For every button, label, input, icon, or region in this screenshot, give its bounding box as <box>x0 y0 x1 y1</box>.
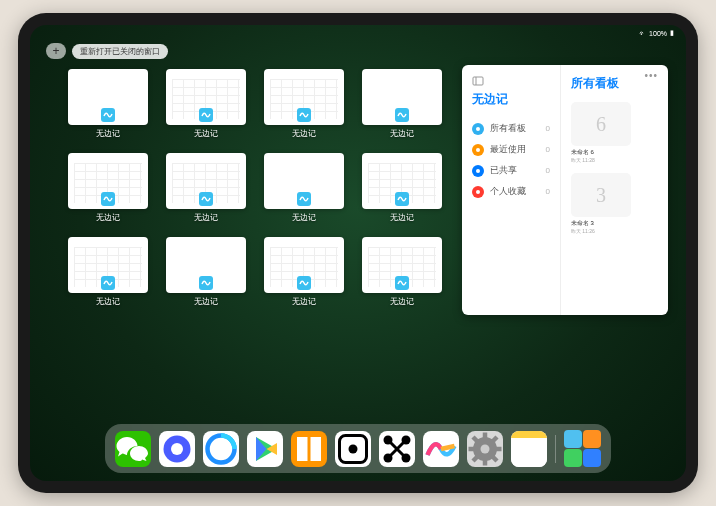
window-label: 无边记 <box>292 128 316 139</box>
window-label: 无边记 <box>194 296 218 307</box>
sidebar-item-label: 最近使用 <box>490 143 526 156</box>
svg-point-18 <box>481 444 490 453</box>
freeform-app-icon <box>395 108 409 122</box>
sidebar-item[interactable]: 个人收藏0 <box>472 181 550 202</box>
window-label: 无边记 <box>292 212 316 223</box>
window-label: 无边记 <box>194 212 218 223</box>
more-icon[interactable]: ••• <box>644 70 658 81</box>
status-bar: ᯤ 100% ▮ <box>30 25 686 41</box>
window-label: 无边记 <box>390 128 414 139</box>
svg-rect-0 <box>473 77 483 85</box>
wifi-icon: ᯤ <box>639 30 646 37</box>
category-icon <box>472 186 484 198</box>
settings-app-icon[interactable] <box>467 431 503 467</box>
ipad-frame: ᯤ 100% ▮ + 重新打开已关闭的窗口 无边记无边记无边记无边记无边记无边记… <box>18 13 698 493</box>
sidebar-title: 无边记 <box>472 91 550 108</box>
board-label: 未命名 6 <box>571 148 631 157</box>
sidebar-item[interactable]: 最近使用0 <box>472 139 550 160</box>
svg-point-5 <box>476 190 480 194</box>
battery-percent: 100% <box>649 30 667 37</box>
window-thumbnail[interactable]: 无边记 <box>68 237 148 311</box>
dice-app-icon[interactable] <box>335 431 371 467</box>
window-thumbnail[interactable]: 无边记 <box>264 153 344 227</box>
quark-app-icon[interactable] <box>159 431 195 467</box>
connect-app-icon[interactable] <box>379 431 415 467</box>
freeform-app-icon <box>297 108 311 122</box>
sidebar-item-count: 0 <box>545 124 549 133</box>
freeform-app-icon <box>199 108 213 122</box>
board-card[interactable]: 6未命名 6昨天 11:28 <box>571 102 631 163</box>
window-label: 无边记 <box>390 296 414 307</box>
window-thumbnail[interactable]: 无边记 <box>68 69 148 143</box>
aliyun-app-icon[interactable] <box>247 431 283 467</box>
freeform-app-icon <box>395 276 409 290</box>
svg-point-4 <box>476 169 480 173</box>
freeform-app-icon <box>297 192 311 206</box>
svg-point-3 <box>476 148 480 152</box>
freeform-app-icon <box>101 108 115 122</box>
sidebar-item-label: 个人收藏 <box>490 185 526 198</box>
window-label: 无边记 <box>194 128 218 139</box>
freeform-app-icon[interactable] <box>423 431 459 467</box>
sidebar-item[interactable]: 所有看板0 <box>472 118 550 139</box>
window-thumbnail[interactable]: 无边记 <box>362 237 442 311</box>
window-thumbnail[interactable]: 无边记 <box>166 69 246 143</box>
board-timestamp: 昨天 11:26 <box>571 228 631 234</box>
dock <box>105 424 611 473</box>
new-window-button[interactable]: + <box>46 43 66 59</box>
window-thumbnail[interactable]: 无边记 <box>362 69 442 143</box>
svg-point-7 <box>171 443 183 455</box>
board-label: 未命名 3 <box>571 219 631 228</box>
window-thumbnail[interactable]: 无边记 <box>264 69 344 143</box>
sidebar-item[interactable]: 已共享0 <box>472 160 550 181</box>
category-icon <box>472 165 484 177</box>
sidebar-item-count: 0 <box>545 145 549 154</box>
sidebar-item-label: 已共享 <box>490 164 517 177</box>
app-library-icon[interactable] <box>564 430 601 467</box>
freeform-app-icon <box>297 276 311 290</box>
window-label: 无边记 <box>390 212 414 223</box>
books-app-icon[interactable] <box>291 431 327 467</box>
svg-point-10 <box>349 444 358 453</box>
svg-line-26 <box>493 437 498 442</box>
dock-separator <box>555 435 556 463</box>
svg-line-24 <box>493 456 498 461</box>
sidebar-item-count: 0 <box>545 187 549 196</box>
notes-app-icon[interactable] <box>511 431 547 467</box>
window-label: 无边记 <box>96 296 120 307</box>
battery-icon: ▮ <box>670 29 674 37</box>
qqbrowser-app-icon[interactable] <box>203 431 239 467</box>
freeform-app-icon <box>395 192 409 206</box>
category-icon <box>472 123 484 135</box>
freeform-app-icon <box>101 276 115 290</box>
board-thumbnail: 6 <box>571 102 631 146</box>
sidebar: 无边记 所有看板0最近使用0已共享0个人收藏0 <box>462 65 561 315</box>
svg-line-23 <box>473 437 478 442</box>
svg-point-2 <box>476 127 480 131</box>
window-thumbnail[interactable]: 无边记 <box>68 153 148 227</box>
sidebar-item-label: 所有看板 <box>490 122 526 135</box>
window-thumbnail[interactable]: 无边记 <box>166 153 246 227</box>
ipad-screen: ᯤ 100% ▮ + 重新打开已关闭的窗口 无边记无边记无边记无边记无边记无边记… <box>30 25 686 481</box>
board-thumbnail: 3 <box>571 173 631 217</box>
board-timestamp: 昨天 11:28 <box>571 157 631 163</box>
wechat-app-icon[interactable] <box>115 431 151 467</box>
category-icon <box>472 144 484 156</box>
window-label: 无边记 <box>292 296 316 307</box>
window-thumbnail[interactable]: 无边记 <box>166 237 246 311</box>
window-thumbnail[interactable]: 无边记 <box>362 153 442 227</box>
reopen-closed-window-button[interactable]: 重新打开已关闭的窗口 <box>72 44 168 59</box>
freeform-app-icon <box>101 192 115 206</box>
board-card[interactable]: 3未命名 3昨天 11:26 <box>571 173 631 234</box>
window-label: 无边记 <box>96 128 120 139</box>
sidebar-item-count: 0 <box>545 166 549 175</box>
window-thumbnail[interactable]: 无边记 <box>264 237 344 311</box>
app-expose-grid: 无边记无边记无边记无边记无边记无边记无边记无边记无边记无边记无边记无边记 <box>68 69 442 417</box>
boards-pane: 所有看板 6未命名 6昨天 11:283未命名 3昨天 11:26 <box>561 65 668 315</box>
svg-line-25 <box>473 456 478 461</box>
freeform-app-icon <box>199 192 213 206</box>
main-window[interactable]: ••• 无边记 所有看板0最近使用0已共享0个人收藏0 所有看板 6未命名 6昨… <box>462 65 668 417</box>
freeform-app-icon <box>199 276 213 290</box>
window-label: 无边记 <box>96 212 120 223</box>
sidebar-toggle-icon[interactable] <box>472 75 484 87</box>
